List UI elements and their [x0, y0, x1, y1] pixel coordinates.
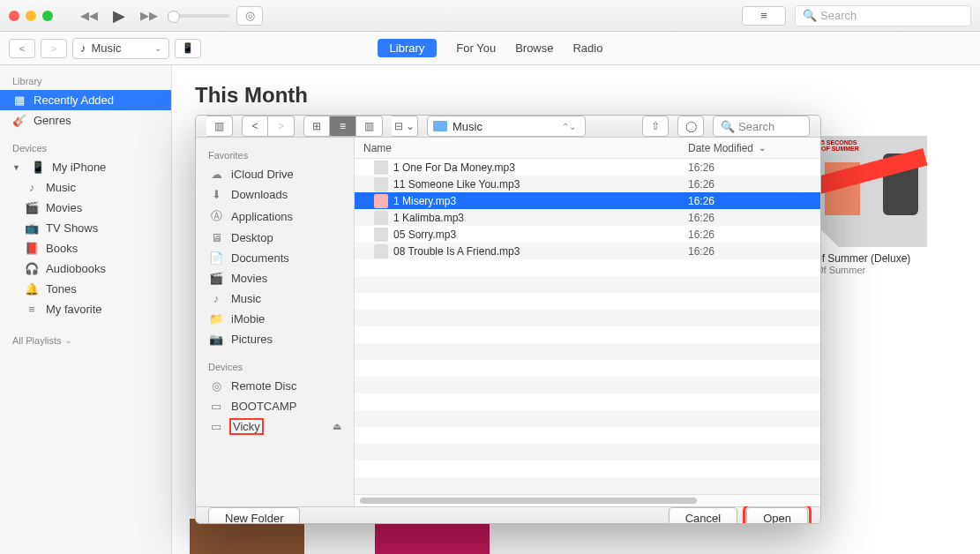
- open-button[interactable]: Open: [746, 507, 808, 524]
- sidebar-item-audiobooks[interactable]: 🎧Audiobooks: [0, 258, 171, 279]
- sidebar-item-imobie[interactable]: 📁iMobie: [196, 309, 354, 329]
- file-name: 1 One For Da Money.mp3: [393, 161, 515, 174]
- file-row-empty: [355, 276, 820, 293]
- disclosure-triangle-icon[interactable]: ▼: [12, 163, 20, 172]
- forward-button[interactable]: >: [41, 39, 67, 58]
- forward-button[interactable]: >: [268, 116, 295, 137]
- file-row-empty: [355, 460, 820, 477]
- album-card[interactable]: 5 SECONDSOF SUMMER of Summer (Deluxe) Of…: [816, 136, 931, 275]
- film-icon: 🎬: [208, 272, 224, 285]
- close-window-button[interactable]: [9, 11, 19, 21]
- file-name: 1 Misery.mp3: [393, 195, 456, 207]
- column-date[interactable]: Date Modified⌄: [688, 142, 820, 154]
- sidebar-section-library: Library: [0, 72, 171, 90]
- download-icon: ⬇: [208, 188, 224, 201]
- new-folder-button[interactable]: New Folder: [208, 507, 300, 524]
- prev-track-button[interactable]: ◀◀: [78, 6, 101, 26]
- desktop-icon: 🖥: [208, 231, 224, 244]
- dialog-search-input[interactable]: 🔍 Search: [713, 116, 810, 137]
- file-date: 16:26: [688, 178, 820, 191]
- path-select[interactable]: Music ⌃⌄: [427, 116, 586, 137]
- file-row-empty: [355, 259, 820, 276]
- list-view-button[interactable]: ≡: [330, 116, 356, 137]
- chevron-updown-icon: ⌃⌄: [562, 122, 576, 131]
- file-list: 1 One For Da Money.mp316:2611 Someone Li…: [355, 159, 820, 494]
- next-track-button[interactable]: ▶▶: [138, 6, 161, 26]
- file-row-empty: [355, 427, 820, 444]
- tab-browse[interactable]: Browse: [515, 41, 553, 55]
- horizontal-scrollbar[interactable]: [355, 494, 820, 506]
- cancel-button[interactable]: Cancel: [669, 507, 737, 524]
- sidebar-item-my-favorite[interactable]: ≡My favorite: [0, 299, 171, 319]
- sidebar-item-movies[interactable]: 🎬Movies: [0, 198, 171, 218]
- list-view-button[interactable]: ≡: [742, 6, 786, 26]
- column-name[interactable]: Name: [355, 142, 688, 154]
- sidebar-item-icloud[interactable]: ☁iCloud Drive: [196, 164, 354, 184]
- search-input[interactable]: 🔍 Search: [795, 5, 971, 26]
- tab-for-you[interactable]: For You: [456, 41, 496, 55]
- minimize-window-button[interactable]: [26, 11, 36, 21]
- cloud-icon: ☁: [208, 168, 224, 181]
- airplay-button[interactable]: ◎: [236, 6, 263, 26]
- share-button[interactable]: ⇧: [642, 116, 669, 137]
- zoom-window-button[interactable]: [42, 11, 53, 21]
- nav-tabs: Library For You Browse Radio: [378, 39, 603, 57]
- camera-icon: 📷: [208, 333, 224, 346]
- file-name: 08 Trouble Is A Friend.mp3: [393, 245, 520, 258]
- sidebar-item-my-iphone[interactable]: ▼📱My iPhone: [0, 157, 171, 177]
- headphones-icon: 🎧: [25, 262, 39, 275]
- album-title: of Summer (Deluxe): [816, 252, 931, 265]
- file-row[interactable]: 08 Trouble Is A Friend.mp316:26: [355, 243, 820, 259]
- sidebar-item-recently-added[interactable]: ▦Recently Added: [0, 90, 171, 110]
- column-view-button[interactable]: ▥: [356, 116, 383, 137]
- device-button[interactable]: 📱: [175, 39, 201, 58]
- sidebar-toggle-button[interactable]: ▥: [206, 116, 233, 137]
- search-placeholder: Search: [820, 9, 857, 22]
- chevron-down-icon: ⌄: [759, 143, 766, 153]
- sidebar-item-music[interactable]: ♪Music: [196, 288, 354, 309]
- sidebar-item-tones[interactable]: 🔔Tones: [0, 279, 171, 299]
- search-icon: 🔍: [721, 120, 735, 133]
- sidebar-item-books[interactable]: 📕Books: [0, 238, 171, 258]
- all-playlists-toggle[interactable]: All Playlists⌄: [0, 332, 171, 349]
- file-row[interactable]: 1 One For Da Money.mp316:26: [355, 159, 820, 176]
- eject-icon[interactable]: ⏏: [333, 421, 341, 432]
- sidebar-item-remote-disc[interactable]: ◎Remote Disc: [196, 376, 354, 396]
- play-button[interactable]: ▶: [108, 6, 131, 26]
- file-row[interactable]: 1 Kalimba.mp316:26: [355, 209, 820, 226]
- file-row[interactable]: 1 Misery.mp316:26: [355, 192, 820, 209]
- file-list-header: Name Date Modified⌄: [355, 138, 820, 159]
- dialog-toolbar: ▥ < > ⊞ ≡ ▥ ⊟ ⌄ Music ⌃⌄ ⇧ ◯ 🔍 Search: [196, 116, 820, 138]
- sidebar-item-movies[interactable]: 🎬Movies: [196, 268, 354, 288]
- file-icon: [374, 228, 388, 242]
- sidebar-item-pictures[interactable]: 📷Pictures: [196, 329, 354, 349]
- file-row[interactable]: 11 Someone Like You.mp316:26: [355, 176, 820, 192]
- sidebar-item-desktop[interactable]: 🖥Desktop: [196, 228, 354, 248]
- tags-button[interactable]: ◯: [677, 116, 704, 137]
- sidebar-item-vicky[interactable]: ▭Vicky⏏: [196, 416, 354, 437]
- back-button[interactable]: <: [9, 39, 35, 58]
- sidebar-item-applications[interactable]: ⒶApplications: [196, 205, 354, 228]
- volume-slider[interactable]: [168, 14, 229, 18]
- sidebar-item-documents[interactable]: 📄Documents: [196, 248, 354, 268]
- drive-icon: ▭: [208, 420, 224, 433]
- file-row-empty: [355, 410, 820, 427]
- file-date: 16:26: [688, 228, 820, 241]
- sidebar-item-tvshows[interactable]: 📺TV Shows: [0, 218, 171, 238]
- film-icon: 🎬: [25, 201, 39, 214]
- sidebar-item-genres[interactable]: 🎸Genres: [0, 110, 171, 131]
- file-list-area: Name Date Modified⌄ 1 One For Da Money.m…: [355, 138, 820, 506]
- arrange-button[interactable]: ⊟ ⌄: [392, 116, 418, 137]
- tab-library[interactable]: Library: [378, 39, 438, 57]
- back-button[interactable]: <: [242, 116, 268, 137]
- sidebar-item-bootcamp[interactable]: ▭BOOTCAMP: [196, 396, 354, 416]
- tab-radio[interactable]: Radio: [572, 41, 602, 55]
- sidebar-item-downloads[interactable]: ⬇Downloads: [196, 184, 354, 205]
- bell-icon: 🔔: [25, 282, 39, 296]
- file-row[interactable]: 05 Sorry.mp316:26: [355, 226, 820, 243]
- phone-icon: 📱: [31, 161, 45, 174]
- file-row-empty: [355, 343, 820, 360]
- media-type-select[interactable]: ♪ Music ⌄: [72, 38, 169, 59]
- sidebar-item-music[interactable]: ♪Music: [0, 177, 171, 198]
- icon-view-button[interactable]: ⊞: [303, 116, 330, 137]
